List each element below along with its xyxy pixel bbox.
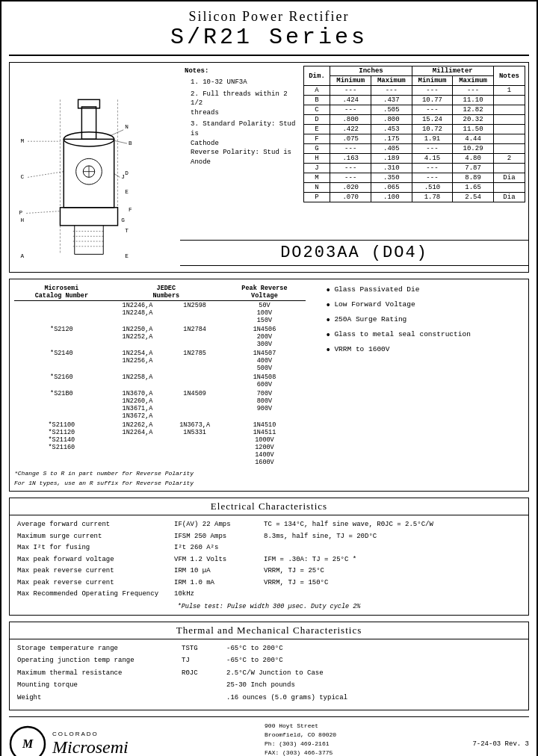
address-line2: Broomfield, CO 80020 xyxy=(265,731,336,740)
dim-cell: .424 xyxy=(330,96,371,105)
dim-cell: F xyxy=(303,134,330,144)
catalog-cell: *S2120 xyxy=(14,325,109,349)
dim-cell: D xyxy=(303,115,330,125)
dim-cell: --- xyxy=(330,173,371,183)
thermal-label: Weight xyxy=(17,693,182,704)
catalog-cell: 50V 100V 150V xyxy=(223,301,306,326)
svg-line-21 xyxy=(114,140,127,143)
dim-cell: 15.24 xyxy=(412,115,453,125)
microsemi-logo-icon: M xyxy=(9,725,46,756)
svg-text:F: F xyxy=(129,207,132,213)
elec-label: Average forward current xyxy=(17,520,174,530)
dim-cell: C xyxy=(303,105,330,115)
dim-cell: J xyxy=(303,164,330,173)
dim-cell: --- xyxy=(330,144,371,154)
dim-cell: 7.87 xyxy=(453,164,494,173)
elec-label: Max peak reverse current xyxy=(17,578,174,589)
dim-cell: .075 xyxy=(330,134,371,144)
address-line1: 900 Hoyt Street xyxy=(265,722,336,731)
dim-notes-header: Notes xyxy=(493,66,525,86)
dim-cell: .800 xyxy=(371,115,412,125)
catalog-cell: 1N3673,A 1N5331 xyxy=(166,421,223,467)
address-line4: FAX: (303) 466-3775 xyxy=(265,749,336,756)
dim-max-mm: Maximum xyxy=(453,76,494,86)
dim-cell: A xyxy=(303,86,330,96)
thermal-val: 25-30 Inch pounds xyxy=(226,681,521,691)
footer: M COLORADO Microsemi 900 Hoyt Street Bro… xyxy=(9,716,529,756)
svg-text:D: D xyxy=(125,170,129,176)
dim-cell xyxy=(493,105,525,115)
catalog-cell: 1N4509 xyxy=(166,389,223,421)
feature-text: VRRM to 1600V xyxy=(334,345,389,356)
svg-text:P: P xyxy=(19,210,23,216)
revision-area: 7-24-03 Rev. 3 xyxy=(472,740,529,748)
thermal-val: -65°C to 200°C xyxy=(226,656,521,666)
middle-section: Microsemi Catalog Number JEDEC Numbers P… xyxy=(9,279,529,492)
dim-cell: --- xyxy=(412,105,453,115)
dim-cell: --- xyxy=(453,86,494,96)
dim-cell: 1.91 xyxy=(412,134,453,144)
catalog-cell: 1N3670,A 1N2260,A 1N3671,A 1N3672,A xyxy=(109,389,167,421)
dim-cell: 10.29 xyxy=(453,144,494,154)
dim-cell xyxy=(493,164,525,173)
header-title-line2: S/R21 Series xyxy=(9,25,529,50)
catalog-cell: 1N2254,A 1N2256,A xyxy=(109,349,167,373)
elec-sym: IRM 1.0 mA xyxy=(174,578,264,589)
cat-col2-header: JEDEC Numbers xyxy=(109,284,223,301)
dim-min-in: Minimum xyxy=(330,76,371,86)
dim-cell: 20.32 xyxy=(453,115,494,125)
dim-cell: 12.82 xyxy=(453,105,494,115)
dim-cell: G xyxy=(303,144,330,154)
svg-line-27 xyxy=(26,211,60,214)
catalog-cell: *S21100 *S21120 *S21140 *S21160 xyxy=(14,421,109,467)
dim-cell: .175 xyxy=(371,134,412,144)
dim-cell: --- xyxy=(330,86,371,96)
feature-text: Glass Passivated Die xyxy=(334,285,419,296)
svg-text:B: B xyxy=(129,140,132,146)
dim-cell: .800 xyxy=(330,115,371,125)
dim-cell: 10.77 xyxy=(412,96,453,105)
dim-cell: B xyxy=(303,96,330,105)
catalog-cell: 1N2258,A xyxy=(109,373,167,389)
svg-text:E: E xyxy=(125,253,129,259)
top-section: M N B C J P H G xyxy=(9,62,529,273)
dim-cell: .422 xyxy=(330,125,371,134)
svg-rect-7 xyxy=(60,208,117,226)
note-item-3: 3. Standard Polarity: Stud is Cathode Re… xyxy=(191,120,296,167)
dim-cell: 2 xyxy=(493,154,525,164)
svg-text:M: M xyxy=(21,138,25,144)
dim-cell: Dia xyxy=(493,173,525,183)
elec-label: Max I²t for fusing xyxy=(17,543,174,554)
thermal-content: Storage temperature range TSTG -65°C to … xyxy=(10,639,528,710)
thermal-section: Thermal and Mechanical Characteristics S… xyxy=(9,622,529,711)
dim-cell: --- xyxy=(412,173,453,183)
catalog-cell: 1N4508 600V xyxy=(223,373,306,389)
dimensions-table: Dim. Inches Millimeter Notes Minimum Max… xyxy=(303,66,525,202)
catalog-cell: 1N2250,A 1N2252,A xyxy=(109,325,167,349)
feature-item: •Low Forward Voltage xyxy=(325,300,519,311)
elec-sym: IFSM 250 Amps xyxy=(174,532,264,542)
electrical-row: Max peak reverse current IRM 1.0 mA VRRM… xyxy=(17,578,521,589)
svg-text:G: G xyxy=(121,217,125,223)
elec-val: VRRM, TJ = 25°C xyxy=(264,566,521,577)
svg-text:N: N xyxy=(125,124,129,130)
thermal-label: Maximum thermal resistance xyxy=(17,669,182,679)
electrical-title: Electrical Characteristics xyxy=(10,498,528,515)
dim-cell xyxy=(493,115,525,125)
svg-text:A: A xyxy=(21,253,25,259)
thermal-sym xyxy=(182,681,226,691)
dim-cell: --- xyxy=(412,164,453,173)
logo-text-area: COLORADO Microsemi xyxy=(52,731,129,756)
dim-cell: .437 xyxy=(371,96,412,105)
header: Silicon Power Rectifier S/R21 Series xyxy=(9,9,529,56)
svg-line-19 xyxy=(111,130,123,136)
electrical-row: Average forward current IF(AV) 22 Amps T… xyxy=(17,520,521,530)
dim-cell: .405 xyxy=(371,144,412,154)
dim-cell: --- xyxy=(412,144,453,154)
electrical-section: Electrical Characteristics Average forwa… xyxy=(9,498,529,616)
dim-cell xyxy=(493,134,525,144)
svg-line-23 xyxy=(28,172,64,178)
feature-text: Low Forward Voltage xyxy=(334,300,415,311)
dim-cell: .163 xyxy=(330,154,371,164)
dim-cell: 1.65 xyxy=(453,183,494,193)
